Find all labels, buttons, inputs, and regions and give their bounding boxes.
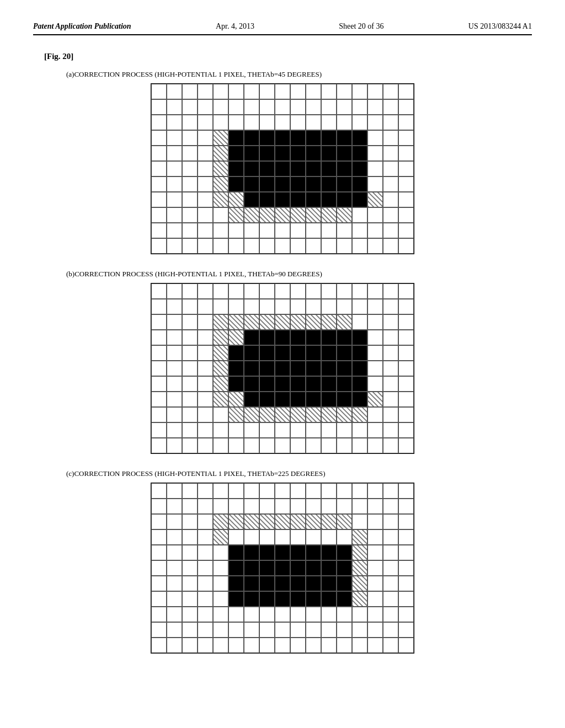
- grid-cell: [259, 376, 275, 392]
- grid-cell: [182, 345, 198, 361]
- grid-cell: [321, 422, 337, 438]
- grid-cell: [244, 545, 259, 560]
- grid-cell: [213, 207, 228, 223]
- grid-cell: [228, 115, 244, 130]
- grid-cell: [198, 223, 213, 238]
- grid-cell: [367, 361, 383, 376]
- grid-cell: [275, 607, 290, 622]
- grid-cell: [259, 438, 275, 453]
- grid-cell: [259, 407, 275, 422]
- grid-cell: [337, 115, 352, 130]
- grid-cell: [290, 376, 306, 392]
- grid-cell: [167, 299, 182, 314]
- grid-cell: [352, 407, 367, 422]
- grid-cell: [213, 223, 228, 238]
- grid-cell: [367, 84, 383, 99]
- grid-cell: [213, 560, 228, 576]
- grid-cell: [167, 407, 182, 422]
- grid-cell: [383, 514, 398, 529]
- grid-cell: [259, 299, 275, 314]
- grid-cell: [259, 330, 275, 345]
- grid-cell: [151, 438, 167, 453]
- grid-cell: [367, 545, 383, 560]
- grid-cell: [182, 176, 198, 192]
- header-patent-number: US 2013/083244 A1: [468, 22, 532, 31]
- grid-cell: [228, 345, 244, 361]
- grid-cell: [352, 330, 367, 345]
- grid-cell: [151, 560, 167, 576]
- grid-cell: [275, 545, 290, 560]
- grid-cell: [383, 591, 398, 607]
- grid-cell: [337, 591, 352, 607]
- grid-cell: [182, 84, 198, 99]
- grid-cell: [198, 99, 213, 115]
- grid-cell: [244, 238, 259, 254]
- grid-cell: [337, 438, 352, 453]
- grid-cell: [228, 545, 244, 560]
- figure-label: [Fig. 20]: [44, 52, 532, 61]
- grid-cell: [367, 345, 383, 361]
- grid-cell: [398, 361, 414, 376]
- grid-cell: [151, 483, 167, 499]
- grid-cell: [306, 499, 321, 514]
- grid-cell: [244, 529, 259, 545]
- grid-cell: [337, 299, 352, 314]
- grid-cell: [167, 560, 182, 576]
- header-publication-label: Patent Application Publication: [33, 22, 131, 31]
- grid-cell: [306, 392, 321, 407]
- grid-cell: [198, 529, 213, 545]
- grid-cell: [182, 361, 198, 376]
- grid-cell: [367, 115, 383, 130]
- grid-cell: [398, 115, 414, 130]
- grid-cell: [275, 392, 290, 407]
- grid-cell: [383, 407, 398, 422]
- grid-cell: [244, 422, 259, 438]
- grid-cell: [275, 499, 290, 514]
- grid-cell: [352, 638, 367, 653]
- grid-cell: [151, 407, 167, 422]
- grid-cell: [398, 314, 414, 330]
- grid-cell: [398, 638, 414, 653]
- grid-cell: [167, 115, 182, 130]
- grid-cell: [151, 238, 167, 254]
- grid-cell: [275, 422, 290, 438]
- grid-cell: [337, 330, 352, 345]
- grid-cell: [167, 622, 182, 638]
- grid-cell: [275, 529, 290, 545]
- grid-cell: [290, 299, 306, 314]
- grid-cell: [321, 622, 337, 638]
- grid-cell: [290, 499, 306, 514]
- grid-cell: [290, 130, 306, 146]
- grid-cell: [213, 392, 228, 407]
- grid-cell: [182, 483, 198, 499]
- grid-cell: [367, 591, 383, 607]
- grid-cell: [167, 314, 182, 330]
- grid-cell: [213, 591, 228, 607]
- grid-cell: [213, 376, 228, 392]
- grid-cell: [290, 514, 306, 529]
- grid-cell: [398, 529, 414, 545]
- grid-cell: [228, 84, 244, 99]
- grid-cell: [367, 207, 383, 223]
- grid-cell: [352, 499, 367, 514]
- grid-cell: [213, 407, 228, 422]
- grid-cell: [259, 345, 275, 361]
- grid-cell: [182, 622, 198, 638]
- grid-cell: [306, 161, 321, 176]
- grid-cell: [321, 560, 337, 576]
- grid-cell: [213, 314, 228, 330]
- grid-cell: [321, 115, 337, 130]
- page: Patent Application Publication Apr. 4, 2…: [0, 0, 565, 728]
- grid-cell: [151, 223, 167, 238]
- grid-cell: [306, 483, 321, 499]
- grid-cell: [182, 407, 198, 422]
- grid-cell: [182, 115, 198, 130]
- grid-cell: [398, 130, 414, 146]
- grid-cell: [259, 207, 275, 223]
- grid-cell: [352, 99, 367, 115]
- grid-cell: [290, 638, 306, 653]
- grid-cell: [321, 207, 337, 223]
- grid-cell: [182, 192, 198, 207]
- grid-cell: [290, 591, 306, 607]
- grid-cell: [182, 283, 198, 299]
